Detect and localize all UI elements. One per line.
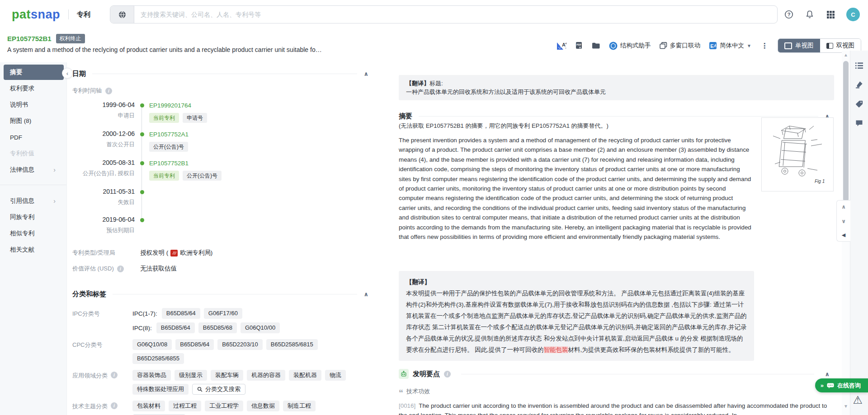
- scroll-down-arrow-icon[interactable]: ▼: [842, 404, 850, 409]
- sidebar-item-label: 说明书: [10, 101, 28, 109]
- tech-topic-tag[interactable]: 工业工程学: [205, 401, 243, 411]
- timeline-row-grant: 2005-08-31公开(公告)日, 授权日 EP1057752B1 当前专利 …: [72, 159, 368, 188]
- pdf-download-icon[interactable]: PDF: [575, 42, 583, 50]
- abstract-note: (无法获取 EP1057752B1 的摘要，用它的同族专利 EP1057752A…: [399, 122, 609, 130]
- tech-topic-tag[interactable]: 过程工程: [169, 401, 201, 411]
- chat-bubble-icon: [827, 383, 834, 388]
- warning-triangle-icon[interactable]: ⚠: [853, 394, 863, 406]
- application-field-tag[interactable]: 装配车辆: [211, 370, 243, 381]
- sidebar-item-similar[interactable]: 相似专利: [0, 226, 64, 241]
- cpc-tag[interactable]: B65D2585/6815: [266, 339, 318, 350]
- chevron-right-icon: ›: [53, 197, 56, 205]
- paragraph-ref: [0016]: [399, 402, 415, 409]
- info-icon[interactable]: i: [105, 88, 112, 94]
- translate-lab-icon[interactable]: LabA+-: [557, 41, 566, 50]
- top-navbar: patsnap 专利 ? C: [0, 0, 868, 29]
- comment-icon[interactable]: [855, 120, 863, 129]
- multi-window-button[interactable]: 多窗口联动: [660, 42, 701, 50]
- application-field-tag[interactable]: 级别显示: [175, 370, 207, 381]
- page-prev-icon[interactable]: ∧: [841, 204, 846, 210]
- single-view-label: 单视图: [795, 42, 814, 50]
- collapse-section-icon[interactable]: ∧: [363, 291, 368, 297]
- sidebar-item-pdf[interactable]: PDF: [0, 130, 64, 145]
- ipc-tag[interactable]: G06Q10/00: [241, 322, 280, 333]
- logo-snap: snap: [31, 8, 60, 21]
- timeline-row-lapse: 2011-05-31失效日: [72, 188, 368, 216]
- collapse-section-icon[interactable]: ∧: [825, 371, 830, 377]
- collapse-section-icon[interactable]: ∧: [363, 71, 368, 77]
- cpc-tag[interactable]: B65D2203/10: [217, 339, 263, 350]
- global-search[interactable]: [110, 5, 778, 23]
- application-field-tag[interactable]: 装配机器: [289, 370, 321, 381]
- info-icon[interactable]: i: [111, 372, 118, 378]
- translated-title-box: 【翻译】标题: 一种产品载体单元的回收系统和方法以及适用于该系统的可回收产品载体…: [399, 75, 834, 100]
- patsnap-logo[interactable]: patsnap: [12, 8, 60, 22]
- sidebar-item-related-literature[interactable]: 相关文献: [0, 242, 64, 257]
- sidebar-item-family[interactable]: 同族专利: [0, 210, 64, 225]
- nav-module-patent[interactable]: 专利: [77, 10, 90, 19]
- patent-type-row: 专利类型/受理局 授权发明 ( 欧洲专利局): [72, 249, 368, 257]
- patent-figure-thumbnail[interactable]: Fig 1: [761, 117, 834, 191]
- application-field-tag[interactable]: 物流: [325, 370, 346, 381]
- sidebar-item-label: 相似专利: [10, 229, 34, 238]
- class-cross-search-button[interactable]: 分类交叉搜索: [192, 384, 245, 395]
- patent-link[interactable]: EP1057752A1: [149, 131, 189, 138]
- collapse-panel-icon[interactable]: ◀: [842, 233, 845, 238]
- sidebar-item-abstract[interactable]: 摘要: [4, 65, 64, 80]
- patent-link[interactable]: EP1999201764: [149, 102, 191, 109]
- tech-topic-tag[interactable]: 包装材料: [132, 401, 165, 411]
- search-input[interactable]: [134, 11, 777, 18]
- sidebar-item-claims[interactable]: 权利要求: [0, 81, 64, 96]
- translated-abstract-post: 材料,为提供更高效和环保的包装材料系统提供了新的可能性。: [568, 346, 735, 353]
- language-switch-button[interactable]: E 简体中文 ▼: [709, 42, 751, 50]
- page-nav-tab: ∧ ∨ ◀: [836, 200, 850, 242]
- apps-grid-icon[interactable]: [826, 9, 835, 19]
- left-sidebar: 摘要 权利要求 说明书 附图 (8) PDF 专利价值 法律信息› 引用信息› …: [0, 62, 67, 415]
- save-to-folder-icon[interactable]: [592, 42, 600, 49]
- sidebar-item-citations[interactable]: 引用信息›: [0, 193, 64, 209]
- tag-icon[interactable]: [855, 100, 863, 110]
- timeline-event-label: 失效日: [72, 199, 135, 206]
- outline-list-icon[interactable]: [855, 62, 863, 71]
- scroll-up-arrow-icon[interactable]: ▲: [842, 52, 850, 57]
- section-divider: [92, 74, 357, 74]
- svg-text:Fig 1: Fig 1: [815, 179, 825, 184]
- cpc-tag[interactable]: B65D2585/6855: [132, 353, 184, 364]
- highlighter-icon[interactable]: [855, 81, 863, 90]
- sidebar-item-figures[interactable]: 附图 (8): [0, 113, 64, 129]
- sidebar-collapse-button[interactable]: ‹: [62, 68, 73, 79]
- notifications-bell-icon[interactable]: [805, 9, 815, 19]
- patent-type-value: 授权发明 (: [140, 249, 168, 257]
- patent-link[interactable]: EP1057752B1: [149, 160, 189, 167]
- ipc-tag[interactable]: G06F17/60: [204, 308, 242, 319]
- application-field-tag[interactable]: 容器装饰品: [132, 370, 171, 381]
- single-view-button[interactable]: 单视图: [778, 39, 820, 52]
- invention-points-title: 发明要点: [413, 370, 440, 378]
- sidebar-item-legal-info[interactable]: 法律信息›: [0, 162, 64, 177]
- ipc-tag[interactable]: B65D85/68: [198, 322, 237, 333]
- page-next-icon[interactable]: ∨: [841, 219, 846, 224]
- search-scope-button[interactable]: [110, 6, 134, 23]
- online-consult-button[interactable]: » 在线咨询: [815, 378, 868, 392]
- help-icon[interactable]: ?: [784, 9, 794, 19]
- info-icon[interactable]: i: [444, 371, 451, 378]
- more-actions-kebab-icon[interactable]: ⋮: [760, 42, 769, 50]
- timeline-event-label: 申请日: [72, 112, 135, 120]
- cpc-tag[interactable]: B65D85/64: [175, 339, 214, 350]
- tech-effect-subheader: “ 技术功效: [399, 387, 430, 396]
- info-icon[interactable]: i: [117, 266, 124, 272]
- tech-topic-tag[interactable]: 信息数据: [247, 401, 279, 411]
- sidebar-item-description[interactable]: 说明书: [0, 97, 64, 112]
- translated-title-text: 一种产品载体单元的回收系统和方法以及适用于该系统的可回收产品载体单元: [406, 88, 827, 96]
- application-field-tag[interactable]: 机器的容器: [247, 370, 285, 381]
- patent-number[interactable]: EP1057752B1: [7, 35, 52, 42]
- cpc-tag[interactable]: G06Q10/08: [132, 339, 172, 350]
- user-avatar[interactable]: C: [846, 8, 860, 21]
- info-icon[interactable]: i: [111, 402, 118, 409]
- structure-assistant-button[interactable]: 结构式助手: [609, 42, 651, 50]
- tech-topic-tag[interactable]: 制造工程: [283, 401, 316, 411]
- ipc-tag[interactable]: B65D85/64: [156, 322, 195, 333]
- ipc-tag[interactable]: B65D85/64: [162, 308, 200, 319]
- scrollbar-thumb[interactable]: [843, 61, 849, 202]
- application-field-tag[interactable]: 特殊数据处理应用: [132, 384, 189, 395]
